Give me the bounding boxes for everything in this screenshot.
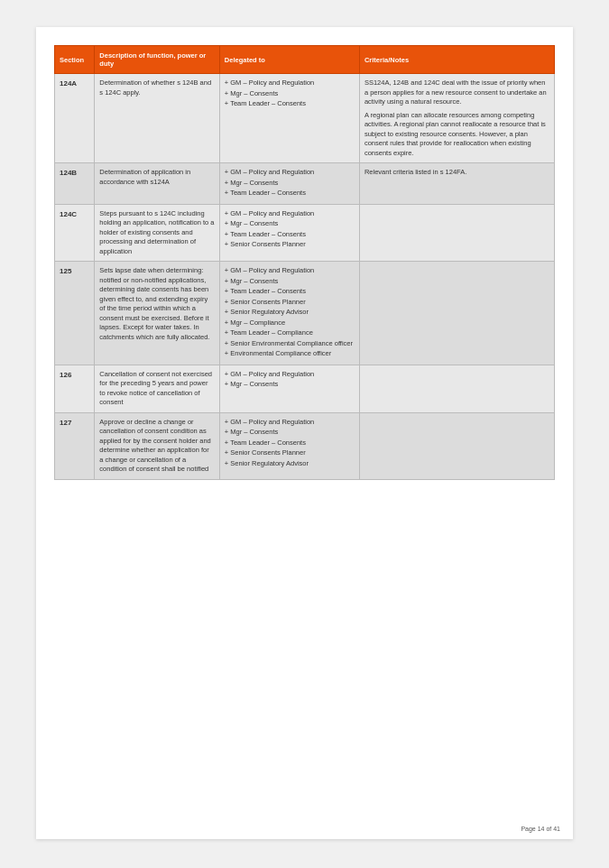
table-row-criteria: SS124A, 124B and 124C deal with the issu… <box>359 74 554 163</box>
list-item: GM – Policy and Regulation <box>225 370 355 380</box>
table-row-delegated: GM – Policy and RegulationMgr – Consents… <box>219 204 359 262</box>
list-item: Mgr – Consents <box>225 89 355 99</box>
table-row-criteria <box>359 365 554 412</box>
table-row-delegated: GM – Policy and RegulationMgr – Consents <box>219 365 359 412</box>
table-row-description: Steps pursuant to s 124C including holdi… <box>95 204 220 262</box>
table-row-description: Sets lapse date when determining: notifi… <box>95 262 220 365</box>
table-row-delegated: GM – Policy and RegulationMgr – Consents… <box>219 412 359 479</box>
list-item: Team Leader – Consents <box>225 230 355 240</box>
header-description: Description of function, power or duty <box>95 46 220 74</box>
list-item: GM – Policy and Regulation <box>225 266 355 276</box>
list-item: Team Leader – Consents <box>225 189 355 199</box>
table-row-criteria <box>359 412 554 479</box>
list-item: GM – Policy and Regulation <box>225 418 355 428</box>
table-row-delegated: GM – Policy and RegulationMgr – Consents… <box>219 262 359 365</box>
header-criteria: Criteria/Notes <box>359 46 554 74</box>
list-item: Senior Consents Planner <box>225 448 355 458</box>
delegations-table: Section Description of function, power o… <box>54 45 555 480</box>
header-delegated: Delegated to <box>219 46 359 74</box>
list-item: Team Leader – Consents <box>225 99 355 109</box>
list-item: GM – Policy and Regulation <box>225 78 355 88</box>
list-item: Mgr – Consents <box>225 219 355 229</box>
table-row-description: Cancellation of consent not exercised fo… <box>95 365 220 412</box>
list-item: Environmental Compliance officer <box>225 349 355 359</box>
list-item: Senior Regulatory Advisor <box>225 308 355 318</box>
list-item: Senior Regulatory Advisor <box>225 459 355 469</box>
page-container: Section Description of function, power o… <box>36 27 573 839</box>
list-item: Mgr – Consents <box>225 380 355 390</box>
list-item: Mgr – Compliance <box>225 319 355 328</box>
header-section: Section <box>55 46 95 74</box>
list-item: Senior Consents Planner <box>225 240 355 250</box>
table-row-delegated: GM – Policy and RegulationMgr – Consents… <box>219 74 359 163</box>
list-item: Mgr – Consents <box>225 277 355 287</box>
table-row-section: 125 <box>55 262 95 365</box>
list-item: GM – Policy and Regulation <box>225 209 355 219</box>
list-item: GM – Policy and Regulation <box>225 168 355 178</box>
table-row-criteria <box>359 262 554 365</box>
list-item: Mgr – Consents <box>225 179 355 189</box>
table-row-section: 124C <box>55 204 95 262</box>
list-item: Mgr – Consents <box>225 428 355 438</box>
list-item: Senior Consents Planner <box>225 298 355 308</box>
table-row-section: 124A <box>55 74 95 163</box>
table-row-criteria: Relevant criteria listed in s 124FA. <box>359 163 554 205</box>
table-row-section: 126 <box>55 365 95 412</box>
table-row-section: 127 <box>55 412 95 479</box>
table-row-delegated: GM – Policy and RegulationMgr – Consents… <box>219 163 359 205</box>
list-item: Team Leader – Compliance <box>225 328 355 338</box>
list-item: Senior Environmental Compliance officer <box>225 339 355 349</box>
table-row-section: 124B <box>55 163 95 205</box>
list-item: Team Leader – Consents <box>225 287 355 297</box>
table-row-criteria <box>359 204 554 262</box>
table-row-description: Determination of application in accordan… <box>95 163 220 205</box>
page-footer: Page 14 of 41 <box>521 826 560 832</box>
table-row-description: Determination of whether s 124B and s 12… <box>95 74 220 163</box>
table-row-description: Approve or decline a change or cancellat… <box>95 412 220 479</box>
list-item: Team Leader – Consents <box>225 439 355 448</box>
